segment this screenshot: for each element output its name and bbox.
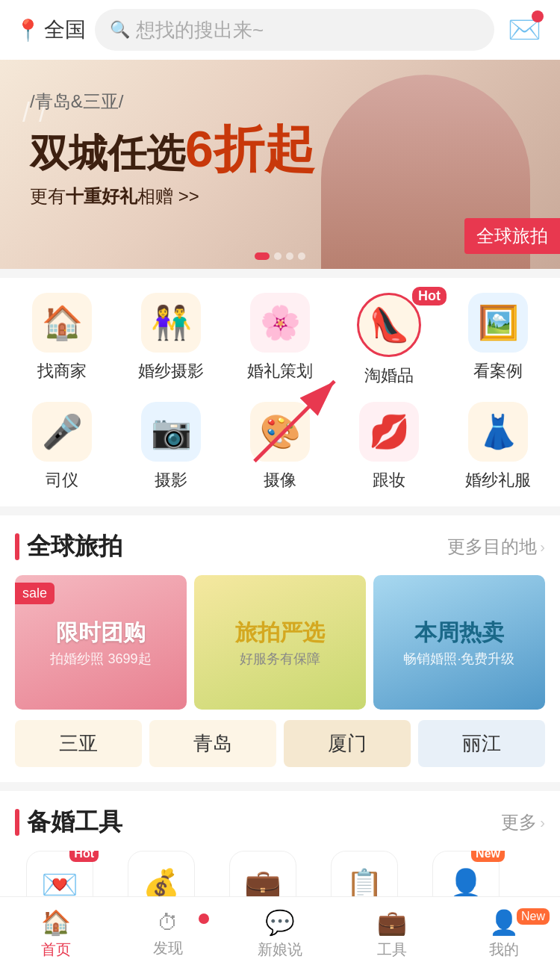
tools-title-wrap: 备婚工具 bbox=[15, 806, 122, 839]
nav-mine-label: 我的 bbox=[489, 940, 519, 960]
wedding-plan-label: 婚礼策划 bbox=[247, 360, 313, 382]
home-icon: 🏠 bbox=[41, 908, 71, 937]
tool-1-hot-badge: Hot bbox=[69, 851, 99, 862]
photography-label: 摄影 bbox=[155, 469, 187, 491]
category-find-merchant[interactable]: 🏠 找商家 bbox=[7, 293, 116, 387]
category-mc[interactable]: 🎤 司仪 bbox=[7, 402, 116, 491]
nav-mine[interactable]: 👤 New 我的 bbox=[448, 908, 560, 960]
global-photo-title: 全球旅拍 bbox=[27, 530, 122, 563]
chevron-right-icon: › bbox=[540, 539, 545, 556]
city-tab-xiamen[interactable]: 厦门 bbox=[284, 720, 411, 767]
category-wedding-photo[interactable]: 👫 婚纱摄影 bbox=[116, 293, 225, 387]
video-icon-wrap: 🎨 bbox=[250, 402, 310, 462]
banner-subtitle: /青岛&三亚/ bbox=[30, 90, 315, 114]
nav-home[interactable]: 🏠 首页 bbox=[0, 908, 112, 960]
location-button[interactable]: 📍 全国 bbox=[15, 16, 86, 44]
shop-wedding-icon-wrap: 👠 bbox=[357, 293, 421, 357]
city-tab-qingdao[interactable]: 青岛 bbox=[149, 720, 276, 767]
location-label: 全国 bbox=[44, 16, 86, 44]
banner-global-tag[interactable]: 全球旅拍 bbox=[464, 218, 560, 254]
dress-label: 婚纱礼服 bbox=[465, 469, 531, 491]
search-icon: 🔍 bbox=[110, 20, 130, 40]
city-tabs: 三亚 青岛 厦门 丽江 bbox=[15, 720, 545, 767]
nav-bride[interactable]: 💬 新娘说 bbox=[224, 908, 336, 960]
banner[interactable]: /青岛&三亚/ 双城任选6折起 更有十重好礼相赠 >> 全球旅拍 bbox=[0, 60, 560, 269]
see-case-icon-wrap: 🖼️ bbox=[468, 293, 528, 353]
find-merchant-icon-wrap: 🏠 bbox=[32, 293, 92, 353]
nav-tools[interactable]: 💼 工具 bbox=[336, 908, 448, 960]
tools-header: 备婚工具 更多 › bbox=[15, 806, 545, 839]
category-wedding-plan[interactable]: 🌸 婚礼策划 bbox=[225, 293, 335, 387]
travel-card-2-title: 旅拍严选 bbox=[235, 618, 325, 647]
city-tab-sanya[interactable]: 三亚 bbox=[15, 720, 142, 767]
category-photography[interactable]: 📷 摄影 bbox=[116, 402, 225, 491]
makeup-label: 跟妆 bbox=[373, 469, 405, 491]
tool-5-new-badge: New bbox=[471, 851, 505, 862]
banner-dot-4 bbox=[298, 252, 305, 260]
hot-badge: Hot bbox=[412, 287, 447, 305]
global-photo-section: 全球旅拍 更多目的地 › sale 限时团购 拍婚纱照 3699起 旅拍严选 好… bbox=[0, 515, 560, 782]
makeup-icon-wrap: 💋 bbox=[359, 402, 419, 462]
global-photo-more-link[interactable]: 更多目的地 › bbox=[447, 535, 545, 559]
travel-card-3-sub: 畅销婚照·免费升级 bbox=[403, 650, 514, 668]
category-dress[interactable]: 👗 婚纱礼服 bbox=[444, 402, 553, 491]
travel-card-hot[interactable]: 本周热卖 畅销婚照·免费升级 bbox=[373, 575, 545, 710]
nav-discover[interactable]: ⏱ 发现 bbox=[112, 910, 224, 958]
travel-card-3-title: 本周热卖 bbox=[414, 618, 504, 647]
bride-icon: 💬 bbox=[265, 908, 295, 937]
banner-sub-pre: 更有 bbox=[30, 186, 66, 206]
nav-home-label: 首页 bbox=[41, 940, 71, 960]
wedding-plan-icon-wrap: 🌸 bbox=[250, 293, 310, 353]
discover-icon: ⏱ bbox=[158, 910, 178, 935]
category-wrapper: 🏠 找商家 👫 婚纱摄影 🌸 婚礼策划 👠 Hot 淘婚品 🖼️ 看案例 bbox=[7, 293, 553, 491]
travel-card-2-sub: 好服务有保障 bbox=[240, 650, 320, 668]
banner-sub-bold: 十重好礼 bbox=[66, 186, 137, 206]
wedding-photo-label: 婚纱摄影 bbox=[138, 360, 204, 382]
mail-button[interactable]: ✉️ bbox=[503, 9, 545, 51]
travel-card-1-sub: 拍婚纱照 3699起 bbox=[50, 650, 151, 668]
category-see-case[interactable]: 🖼️ 看案例 bbox=[444, 293, 553, 387]
mc-label: 司仪 bbox=[46, 469, 78, 491]
city-tab-lijiang[interactable]: 丽江 bbox=[418, 720, 545, 767]
search-placeholder-text: 想找的搜出来~ bbox=[136, 17, 264, 43]
category-video[interactable]: 🎨 摄像 bbox=[225, 402, 335, 491]
category-shop-wedding[interactable]: 👠 Hot 淘婚品 bbox=[335, 293, 444, 387]
category-makeup[interactable]: 💋 跟妆 bbox=[335, 402, 444, 491]
nav-tools-label: 工具 bbox=[377, 940, 407, 960]
tools-more-text: 更多 bbox=[501, 810, 537, 834]
nav-bride-label: 新娘说 bbox=[258, 940, 302, 960]
travel-cards: sale 限时团购 拍婚纱照 3699起 旅拍严选 好服务有保障 本周热卖 畅销… bbox=[15, 575, 545, 710]
nav-discover-label: 发现 bbox=[153, 938, 183, 958]
banner-title-prefix: 双城任选 bbox=[30, 131, 185, 175]
tools-nav-icon: 💼 bbox=[377, 908, 407, 937]
global-photo-more-text: 更多目的地 bbox=[447, 535, 537, 559]
section-accent-bar bbox=[15, 533, 19, 560]
banner-background: /青岛&三亚/ 双城任选6折起 更有十重好礼相赠 >> 全球旅拍 bbox=[0, 60, 560, 269]
category-grid: 🏠 找商家 👫 婚纱摄影 🌸 婚礼策划 👠 Hot 淘婚品 🖼️ 看案例 bbox=[7, 293, 553, 491]
banner-dot-1 bbox=[255, 252, 270, 260]
banner-dot-3 bbox=[286, 252, 293, 260]
banner-dots bbox=[255, 252, 305, 260]
mine-icon: 👤 bbox=[489, 908, 519, 937]
header: 📍 全国 🔍 想找的搜出来~ ✉️ bbox=[0, 0, 560, 60]
see-case-label: 看案例 bbox=[473, 360, 523, 382]
mine-new-badge: New bbox=[517, 908, 550, 925]
dress-icon-wrap: 👗 bbox=[468, 402, 528, 462]
global-photo-header: 全球旅拍 更多目的地 › bbox=[15, 530, 545, 563]
banner-sub: 更有十重好礼相赠 >> bbox=[30, 184, 315, 208]
global-photo-title-wrap: 全球旅拍 bbox=[15, 530, 122, 563]
travel-card-sale[interactable]: sale 限时团购 拍婚纱照 3699起 bbox=[15, 575, 187, 710]
travel-card-3-bg: 本周热卖 畅销婚照·免费升级 bbox=[373, 575, 545, 710]
tools-more-link[interactable]: 更多 › bbox=[501, 810, 545, 834]
shop-wedding-label: 淘婚品 bbox=[364, 364, 414, 387]
video-label: 摄像 bbox=[264, 469, 296, 491]
travel-card-2-bg: 旅拍严选 好服务有保障 bbox=[194, 575, 366, 710]
category-section: 🏠 找商家 👫 婚纱摄影 🌸 婚礼策划 👠 Hot 淘婚品 🖼️ 看案例 bbox=[0, 278, 560, 506]
discover-badge bbox=[199, 913, 209, 924]
banner-text: /青岛&三亚/ 双城任选6折起 更有十重好礼相赠 >> bbox=[30, 90, 315, 208]
banner-title: 双城任选6折起 bbox=[30, 121, 315, 177]
search-bar[interactable]: 🔍 想找的搜出来~ bbox=[95, 9, 494, 51]
mc-icon-wrap: 🎤 bbox=[32, 402, 92, 462]
photography-icon-wrap: 📷 bbox=[141, 402, 201, 462]
travel-card-select[interactable]: 旅拍严选 好服务有保障 bbox=[194, 575, 366, 710]
